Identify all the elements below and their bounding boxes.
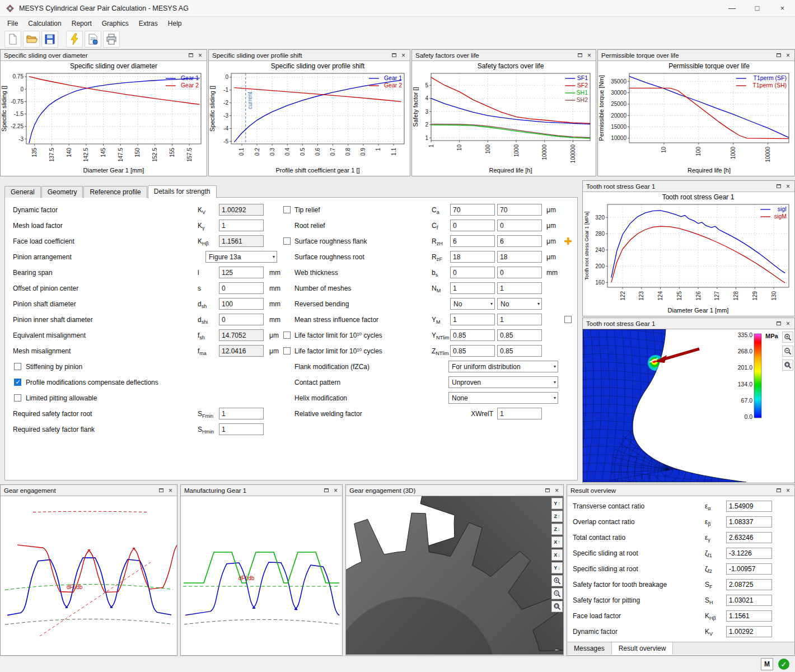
maximize-icon[interactable]: □ (745, 0, 770, 17)
result-value-safety-factor-for-pitting[interactable] (726, 595, 772, 606)
tab-messages[interactable]: Messages (567, 642, 612, 655)
float-panel-button[interactable] (543, 486, 552, 495)
print-button[interactable] (103, 31, 120, 48)
field-input-number-of-meshes-1[interactable] (450, 282, 495, 294)
zoom-in-button[interactable] (782, 332, 793, 343)
result-value-dynamic-factor[interactable] (726, 626, 772, 637)
field-input-pinion-inner-shaft-diameter[interactable] (219, 314, 264, 325)
menu-file[interactable]: File (2, 18, 23, 29)
checkbox-surface-roughness-flank[interactable] (283, 237, 291, 245)
combo-pinion-arrangement[interactable]: Figure 13a▾ (205, 251, 277, 263)
float-panel-button[interactable] (774, 319, 783, 328)
view-x-neg-button[interactable]: X↓ (551, 549, 563, 561)
float-panel-button[interactable] (774, 182, 783, 191)
field-input-web-thickness-2[interactable] (497, 267, 542, 278)
tab-reference-profile[interactable]: Reference profile (83, 186, 147, 198)
close-panel-button[interactable]: × (783, 486, 793, 495)
result-value-safety-factor-for-tooth-breakage[interactable] (726, 579, 772, 590)
close-panel-button[interactable]: × (552, 486, 562, 495)
checkbox-profile-modifications-compensate-deflections[interactable] (14, 379, 21, 386)
field-input-relative-welding-factor-2[interactable] (497, 408, 542, 419)
panel-titlebar[interactable]: Gear engagement (3D) × (346, 485, 563, 496)
float-panel-button[interactable] (575, 51, 584, 60)
field-input-web-thickness-1[interactable] (450, 267, 495, 278)
tab-details-for-strength[interactable]: Details for strength (148, 185, 217, 198)
panel-titlebar[interactable]: Tooth root stress Gear 1 × (583, 318, 794, 329)
float-panel-button[interactable] (321, 486, 331, 495)
panel-titlebar[interactable]: Safety factors over life × (412, 50, 596, 61)
report-button[interactable] (85, 31, 101, 48)
field-input-life-factor-limit-for-10-cycles-2[interactable] (497, 329, 542, 341)
panel-titlebar[interactable]: Permissible torque over life × (598, 50, 794, 61)
field-input-life-factor-limit-for-10-cycles-1[interactable] (450, 345, 495, 357)
menu-graphics[interactable]: Graphics (97, 18, 134, 29)
tab-result-overview[interactable]: Result overview (612, 642, 674, 655)
field-input-offset-of-pinion-center[interactable] (219, 282, 264, 294)
close-panel-button[interactable]: × (331, 486, 340, 495)
result-value-total-contact-ratio[interactable] (726, 532, 772, 543)
field-input-face-load-coefficient[interactable] (219, 235, 264, 247)
window-titlebar[interactable]: MESYS Cylindrical Gear Pair Calculation … (0, 0, 795, 17)
menu-help[interactable]: Help (163, 18, 187, 29)
field-input-surface-roughness-flank-2[interactable] (497, 235, 542, 247)
field-input-life-factor-limit-for-10-cycles-1[interactable] (450, 329, 495, 341)
close-panel-button[interactable]: × (195, 51, 205, 60)
panel-titlebar[interactable]: Specific sliding over profile shift × (209, 50, 410, 61)
combo-reversed-bending-1[interactable]: No▾ (450, 298, 495, 310)
view-z-button[interactable]: Z↑ (551, 511, 563, 522)
result-value-overlap-contact-ratio[interactable] (726, 516, 772, 528)
new-file-button[interactable] (4, 31, 21, 48)
result-value-specific-sliding-at-root[interactable] (726, 563, 772, 575)
close-panel-button[interactable]: × (783, 51, 793, 60)
zoom-in-button[interactable] (551, 575, 563, 586)
result-value-specific-sliding-at-root[interactable] (726, 548, 772, 559)
close-panel-button[interactable]: × (166, 486, 175, 495)
field-input-number-of-meshes-2[interactable] (497, 282, 542, 294)
field-input-surface-roughness-root-1[interactable] (450, 251, 495, 263)
field-input-mean-stress-influence-factor-2[interactable] (497, 314, 542, 325)
combo-reversed-bending-2[interactable]: No▾ (497, 298, 542, 310)
combo-flank-modification-fzca[interactable]: For uniform distribution▾ (448, 361, 558, 372)
result-value-face-load-factor[interactable] (726, 610, 772, 622)
checkbox-mean-stress-influence-factor[interactable] (564, 316, 572, 323)
float-panel-button[interactable] (774, 51, 783, 60)
field-input-mesh-load-factor[interactable] (219, 220, 264, 231)
panel-titlebar[interactable]: Specific sliding over diameter × (1, 50, 207, 61)
field-input-surface-roughness-flank-1[interactable] (450, 235, 495, 247)
view-y-neg-button[interactable]: Y↓ (551, 562, 563, 573)
field-input-life-factor-limit-for-10-cycles-2[interactable] (497, 345, 542, 357)
close-panel-button[interactable]: × (783, 319, 793, 328)
view-x-button[interactable]: X↑ (551, 536, 563, 548)
checkbox-life-factor-limit-for-10-cycles[interactable] (283, 347, 291, 354)
view-z-neg-button[interactable]: Z↓ (551, 524, 563, 535)
field-input-required-safety-factor-root[interactable] (219, 408, 264, 419)
float-panel-button[interactable] (186, 51, 195, 60)
field-input-equivalent-misalignment[interactable] (219, 329, 264, 341)
field-input-tip-relief-2[interactable] (497, 204, 542, 216)
minimize-icon[interactable]: — (719, 0, 745, 17)
panel-titlebar[interactable]: Manufacturing Gear 1 × (181, 485, 342, 496)
field-input-tip-relief-1[interactable] (450, 204, 495, 216)
tab-geometry[interactable]: Geometry (41, 186, 83, 198)
field-input-mean-stress-influence-factor-1[interactable] (450, 314, 495, 325)
checkbox-limited-pitting-allowable[interactable] (14, 394, 21, 402)
zoom-out-button[interactable] (782, 346, 793, 357)
open-file-button[interactable] (23, 31, 40, 48)
field-input-dynamic-factor[interactable] (219, 204, 264, 216)
field-input-root-relief-1[interactable] (450, 220, 495, 231)
field-input-surface-roughness-root-2[interactable] (497, 251, 542, 263)
field-input-pinion-shaft-diameter[interactable] (219, 298, 264, 310)
field-input-required-safety-factor-flank[interactable] (219, 423, 264, 435)
close-icon[interactable]: × (770, 0, 795, 17)
calculate-button[interactable] (66, 31, 83, 48)
zoom-window-button[interactable] (782, 360, 793, 371)
result-value-transverse-contact-ratio[interactable] (726, 501, 772, 512)
checkbox-tip-relief[interactable] (283, 206, 291, 213)
combo-contact-pattern[interactable]: Unproven▾ (448, 376, 558, 388)
menu-report[interactable]: Report (67, 18, 97, 29)
menu-extras[interactable]: Extras (134, 18, 163, 29)
panel-titlebar[interactable]: Result overview × (567, 485, 794, 496)
field-input-mesh-misalignment[interactable] (219, 345, 264, 357)
combo-helix-modification[interactable]: None▾ (448, 392, 558, 404)
field-input-root-relief-2[interactable] (497, 220, 542, 231)
